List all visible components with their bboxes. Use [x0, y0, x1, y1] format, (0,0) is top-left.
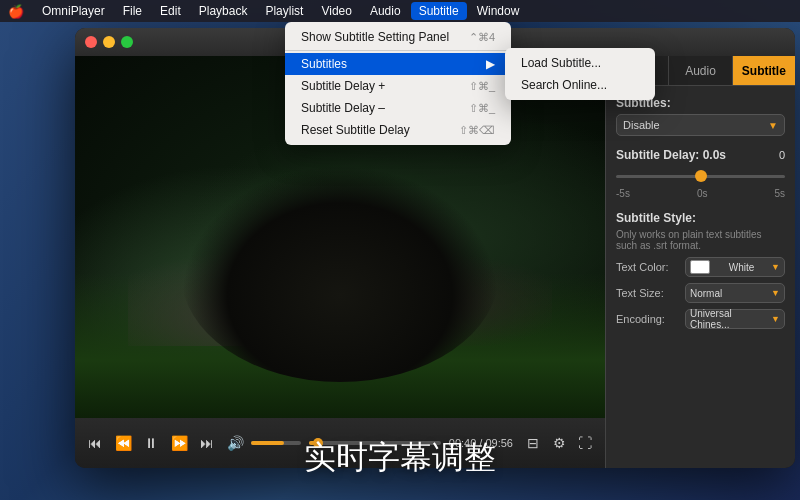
- progress-section: [309, 441, 441, 445]
- encoding-value: Universal Chines...: [690, 308, 771, 330]
- gorilla-shadow: [181, 165, 499, 382]
- minimize-button[interactable]: [103, 36, 115, 48]
- apple-menu[interactable]: 🍎: [8, 4, 24, 19]
- text-color-value: White: [729, 262, 755, 273]
- close-button[interactable]: [85, 36, 97, 48]
- text-size-arrow: ▼: [771, 288, 780, 298]
- submenu-load[interactable]: Load Subtitle...: [505, 52, 655, 74]
- subtitles-value: Disable: [623, 119, 660, 131]
- subtitles-submenu[interactable]: Load Subtitle... Search Online...: [505, 48, 655, 100]
- menu-item-label: Subtitle Delay –: [301, 101, 385, 115]
- menu-subtitle[interactable]: Subtitle: [411, 2, 467, 20]
- style-section: Subtitle Style: Only works on plain text…: [616, 211, 785, 329]
- skip-forward-button[interactable]: ⏭: [195, 431, 219, 455]
- text-color-label: Text Color:: [616, 261, 681, 273]
- delay-max: 5s: [774, 188, 785, 199]
- menu-audio[interactable]: Audio: [362, 2, 409, 20]
- progress-thumb: [313, 438, 323, 448]
- delay-section: Subtitle Delay: 0.0s 0 -5s 0s 5s: [616, 148, 785, 199]
- tab-audio[interactable]: Audio: [669, 56, 732, 85]
- menu-item-shortcut: ⇧⌘⌫: [459, 124, 495, 137]
- subtitles-section: Subtitles: Disable ▼: [616, 96, 785, 136]
- right-panel: Video Audio Subtitle Subtitles: Disable …: [605, 56, 795, 468]
- subtitles-button[interactable]: ⊟: [521, 431, 545, 455]
- text-size-select[interactable]: Normal ▼: [685, 283, 785, 303]
- text-color-row: Text Color: White ▼: [616, 257, 785, 277]
- text-size-row: Text Size: Normal ▼: [616, 283, 785, 303]
- submenu-item-label: Search Online...: [521, 78, 607, 92]
- menu-item-shortcut: ⌃⌘4: [469, 31, 495, 44]
- encoding-label: Encoding:: [616, 313, 681, 325]
- menu-reset-delay[interactable]: Reset Subtitle Delay ⇧⌘⌫: [285, 119, 511, 141]
- rewind-button[interactable]: ⏪: [111, 431, 135, 455]
- skip-back-button[interactable]: ⏮: [83, 431, 107, 455]
- style-title: Subtitle Style:: [616, 211, 785, 225]
- settings-button[interactable]: ⚙: [547, 431, 571, 455]
- menu-playback[interactable]: Playback: [191, 2, 256, 20]
- encoding-arrow: ▼: [771, 314, 780, 324]
- subtitles-select[interactable]: Disable ▼: [616, 114, 785, 136]
- delay-min: -5s: [616, 188, 630, 199]
- controls-bar: ⏮ ⏪ ⏸ ⏩ ⏭ 🔊 00:40 / 09:56 ⊟ ⚙ ⛶: [75, 418, 605, 468]
- menu-subtitles[interactable]: Subtitles ▶: [285, 53, 511, 75]
- encoding-row: Encoding: Universal Chines... ▼: [616, 309, 785, 329]
- menu-item-label: Subtitle Delay +: [301, 79, 385, 93]
- fast-forward-button[interactable]: ⏩: [167, 431, 191, 455]
- menu-separator: [285, 50, 511, 51]
- menu-items: OmniPlayer File Edit Playback Playlist V…: [34, 2, 527, 20]
- color-swatch: [690, 260, 710, 274]
- menu-item-shortcut: ⇧⌘_: [469, 80, 495, 93]
- menu-omniplayer[interactable]: OmniPlayer: [34, 2, 113, 20]
- menu-window[interactable]: Window: [469, 2, 528, 20]
- play-pause-button[interactable]: ⏸: [139, 431, 163, 455]
- text-size-value: Normal: [690, 288, 722, 299]
- menu-playlist[interactable]: Playlist: [257, 2, 311, 20]
- fullscreen-button[interactable]: ⛶: [573, 431, 597, 455]
- menubar: 🍎 OmniPlayer File Edit Playback Playlist…: [0, 0, 800, 22]
- menu-item-label: Reset Subtitle Delay: [301, 123, 410, 137]
- subtitle-menu[interactable]: Show Subtitle Setting Panel ⌃⌘4 Subtitle…: [285, 22, 511, 145]
- text-size-label: Text Size:: [616, 287, 681, 299]
- menu-file[interactable]: File: [115, 2, 150, 20]
- tab-subtitle[interactable]: Subtitle: [733, 56, 795, 85]
- delay-thumb: [695, 170, 707, 182]
- subtitles-arrow: ▼: [768, 120, 778, 131]
- traffic-lights: [85, 36, 133, 48]
- delay-title: Subtitle Delay: 0.0s: [616, 148, 726, 162]
- delay-slider[interactable]: [616, 166, 785, 186]
- menu-item-shortcut: ⇧⌘_: [469, 102, 495, 115]
- delay-markers: -5s 0s 5s: [616, 188, 785, 199]
- menu-edit[interactable]: Edit: [152, 2, 189, 20]
- delay-value: 0: [779, 149, 785, 161]
- volume-fill: [251, 441, 284, 445]
- menu-item-label: Subtitles: [301, 57, 347, 71]
- style-note: Only works on plain text subtitles such …: [616, 229, 785, 251]
- panel-content: Subtitles: Disable ▼ Subtitle Delay: 0.0…: [606, 86, 795, 351]
- right-controls: ⊟ ⚙ ⛶: [521, 431, 597, 455]
- maximize-button[interactable]: [121, 36, 133, 48]
- volume-bar[interactable]: [251, 441, 301, 445]
- submenu-arrow: ▶: [486, 57, 495, 71]
- menu-delay-minus[interactable]: Subtitle Delay – ⇧⌘_: [285, 97, 511, 119]
- time-display: 00:40 / 09:56: [449, 437, 513, 449]
- volume-control: 🔊: [223, 431, 301, 455]
- text-color-select[interactable]: White ▼: [685, 257, 785, 277]
- submenu-item-label: Load Subtitle...: [521, 56, 601, 70]
- delay-label-row: Subtitle Delay: 0.0s 0: [616, 148, 785, 162]
- menu-item-label: Show Subtitle Setting Panel: [301, 30, 449, 44]
- menu-delay-plus[interactable]: Subtitle Delay + ⇧⌘_: [285, 75, 511, 97]
- menu-show-subtitle-settings[interactable]: Show Subtitle Setting Panel ⌃⌘4: [285, 26, 511, 48]
- encoding-select[interactable]: Universal Chines... ▼: [685, 309, 785, 329]
- volume-icon[interactable]: 🔊: [223, 431, 247, 455]
- progress-bar[interactable]: [309, 441, 441, 445]
- delay-mid: 0s: [697, 188, 708, 199]
- submenu-search[interactable]: Search Online...: [505, 74, 655, 96]
- menu-video[interactable]: Video: [313, 2, 359, 20]
- delay-track: [616, 175, 785, 178]
- text-color-arrow: ▼: [771, 262, 780, 272]
